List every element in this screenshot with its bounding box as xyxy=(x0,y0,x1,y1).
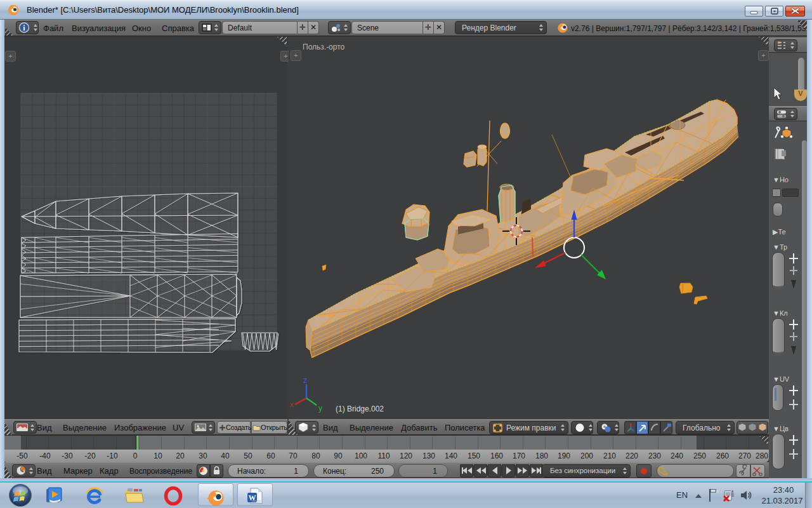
svg-text:y: y xyxy=(318,404,322,413)
svg-text:x: x xyxy=(290,401,294,408)
svg-text:z: z xyxy=(303,376,307,385)
